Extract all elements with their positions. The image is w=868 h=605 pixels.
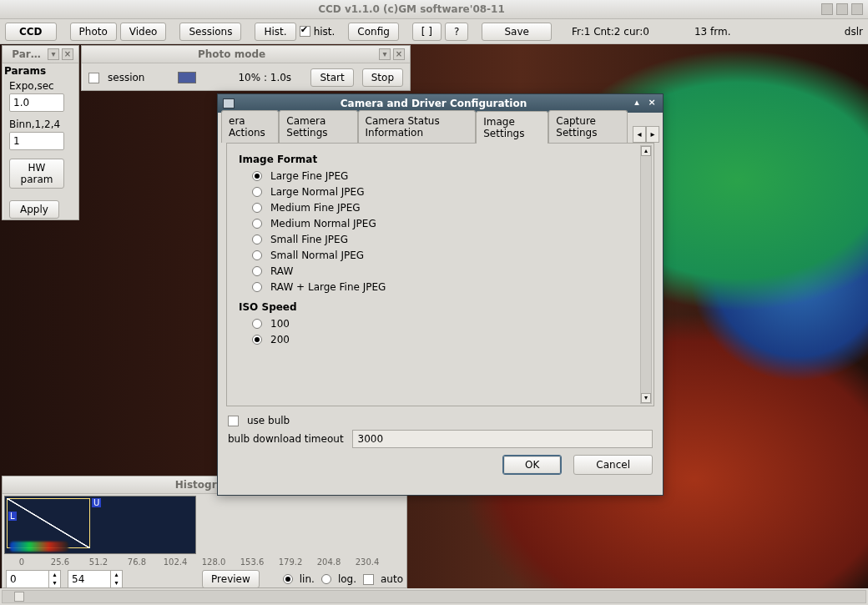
preview-button[interactable]: Preview	[202, 570, 260, 588]
expo-input[interactable]	[9, 93, 64, 112]
spin-down-icon[interactable]: ▾	[48, 579, 60, 587]
format-radio[interactable]	[252, 282, 262, 292]
folder-icon	[223, 98, 235, 108]
spin-up-icon[interactable]: ▴	[48, 571, 60, 579]
format-label: Large Normal JPEG	[270, 186, 364, 198]
tab-camera-settings[interactable]: Camera Settings	[279, 110, 357, 143]
sessions-button[interactable]: Sessions	[179, 23, 241, 41]
format-label: Medium Fine JPEG	[270, 202, 361, 214]
binn-input[interactable]	[9, 132, 64, 150]
main-window-title: CCD v1.1.0 (c)GM software'08-11	[5, 3, 818, 15]
lin-label: lin.	[300, 573, 315, 585]
frame-count: 13 frm.	[694, 26, 731, 38]
close-icon[interactable]	[851, 3, 863, 15]
range-min-input[interactable]	[7, 572, 48, 587]
close-icon[interactable]: ×	[62, 48, 73, 60]
params-titlebar[interactable]: Par… ▾ ×	[3, 46, 78, 63]
pin-icon[interactable]: ▾	[48, 48, 59, 60]
range-max-input[interactable]	[68, 572, 110, 587]
axis-tick: 128.0	[198, 557, 230, 567]
format-label: Medium Normal JPEG	[270, 218, 376, 229]
tab-capture-settings[interactable]: Capture Settings	[548, 110, 628, 143]
horizontal-scrollbar[interactable]	[2, 590, 866, 603]
photo-mode-titlebar[interactable]: Photo mode ▾ ×	[82, 46, 410, 63]
iso-radio[interactable]	[252, 335, 262, 345]
log-radio[interactable]	[321, 574, 331, 584]
tab-image-settings[interactable]: Image Settings	[476, 111, 548, 144]
dialog-title: Camera and Driver Configuration	[240, 98, 628, 109]
axis-tick: 230.4	[351, 557, 383, 567]
auto-checkbox[interactable]	[363, 574, 374, 585]
format-radio[interactable]	[252, 187, 262, 197]
tab-camera-status[interactable]: Camera Status Information	[358, 110, 477, 143]
help-button[interactable]: ?	[445, 23, 468, 41]
pin-icon[interactable]: ▾	[379, 48, 391, 60]
lower-handle[interactable]: L	[8, 512, 17, 521]
rollup-icon[interactable]: ▴	[631, 98, 643, 109]
frame-status: Fr:1 Cnt:2 cur:0	[572, 26, 649, 38]
axis-tick: 102.4	[159, 557, 191, 567]
use-bulb-label: use bulb	[247, 415, 290, 426]
iso-radio[interactable]	[252, 319, 262, 329]
spin-up-icon[interactable]: ▴	[110, 571, 122, 579]
use-bulb-checkbox[interactable]	[228, 416, 239, 426]
bulb-timeout-input[interactable]	[352, 430, 653, 448]
layout-button[interactable]: [ ]	[412, 23, 442, 41]
format-label: Small Fine JPEG	[270, 234, 348, 245]
format-radio[interactable]	[252, 250, 262, 260]
binn-label: Binn,1,2,4	[9, 118, 72, 130]
format-radio[interactable]	[252, 219, 262, 229]
apply-button[interactable]: Apply	[9, 200, 59, 219]
panel-scrollbar[interactable]: ▴ ▾	[640, 145, 652, 404]
save-button[interactable]: Save	[482, 23, 551, 41]
tab-scroll-right-icon[interactable]: ▸	[646, 126, 659, 143]
start-button[interactable]: Start	[310, 68, 353, 87]
tab-scroll-left-icon[interactable]: ◂	[633, 126, 646, 143]
scroll-down-icon[interactable]: ▾	[641, 393, 651, 403]
photo-button[interactable]: Photo	[70, 23, 117, 41]
close-icon[interactable]: ×	[393, 48, 405, 60]
session-label: session	[108, 72, 144, 83]
hist-button[interactable]: Hist.	[255, 23, 295, 41]
config-button[interactable]: Config	[348, 23, 399, 41]
axis-tick: 51.2	[83, 557, 114, 567]
dialog-tabs: era Actions Camera Settings Camera Statu…	[218, 113, 663, 143]
spin-down-icon[interactable]: ▾	[110, 579, 122, 587]
ccd-button[interactable]: CCD	[5, 23, 57, 41]
tab-panel: Image Format Large Fine JPEGLarge Normal…	[226, 143, 654, 406]
upper-handle[interactable]: U	[92, 498, 101, 507]
tab-era-actions[interactable]: era Actions	[221, 110, 279, 143]
format-radio[interactable]	[252, 234, 262, 245]
hist-checkbox[interactable]	[300, 26, 310, 37]
maximize-icon[interactable]	[836, 3, 848, 15]
axis-tick: 204.8	[313, 557, 345, 567]
image-format-heading: Image Format	[239, 154, 645, 165]
session-checkbox[interactable]	[88, 73, 99, 83]
close-icon[interactable]: ×	[646, 98, 658, 109]
bulb-timeout-label: bulb download timeout	[228, 433, 344, 445]
scroll-up-icon[interactable]: ▴	[641, 146, 651, 156]
video-button[interactable]: Video	[120, 23, 167, 41]
format-radio[interactable]	[252, 203, 262, 213]
color-swatch[interactable]	[178, 72, 196, 83]
expo-label: Expo,sec	[9, 80, 72, 92]
axis-tick: 153.6	[236, 557, 268, 567]
format-radio[interactable]	[252, 266, 262, 276]
iso-label: 200	[270, 334, 290, 345]
auto-label: auto	[381, 573, 403, 585]
cancel-button[interactable]: Cancel	[573, 455, 653, 475]
minimize-icon[interactable]	[821, 3, 833, 15]
ok-button[interactable]: OK	[502, 455, 562, 475]
format-label: Large Fine JPEG	[270, 170, 348, 182]
main-window-titlebar: CCD v1.1.0 (c)GM software'08-11	[0, 0, 868, 19]
format-radio[interactable]	[252, 171, 262, 181]
range-min-spin[interactable]: ▴▾	[6, 570, 61, 588]
stop-button[interactable]: Stop	[362, 68, 403, 87]
hist-checkbox-label: hist.	[314, 26, 336, 38]
hw-param-button[interactable]: HW param	[9, 159, 64, 189]
format-label: RAW	[270, 265, 293, 277]
log-label: log.	[338, 573, 356, 585]
lin-radio[interactable]	[283, 574, 293, 584]
histogram-plot[interactable]: L U	[4, 496, 196, 554]
range-max-spin[interactable]: ▴▾	[68, 570, 123, 588]
